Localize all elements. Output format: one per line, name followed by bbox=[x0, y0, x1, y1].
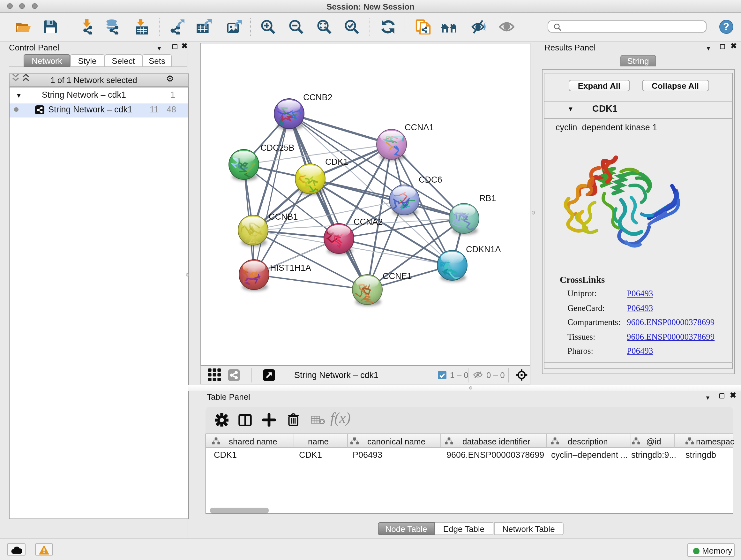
svg-text:CCNE1: CCNE1 bbox=[383, 271, 412, 281]
svg-text:CDC6: CDC6 bbox=[419, 175, 442, 184]
svg-text:RB1: RB1 bbox=[479, 193, 496, 203]
svg-text:HIST1H1A: HIST1H1A bbox=[270, 263, 311, 272]
svg-text:CDC25B: CDC25B bbox=[260, 143, 294, 152]
svg-text:CCNB1: CCNB1 bbox=[269, 212, 298, 221]
svg-text:CCNA2: CCNA2 bbox=[354, 217, 383, 226]
svg-text:CDKN1A: CDKN1A bbox=[466, 244, 501, 254]
svg-text:CCNB2: CCNB2 bbox=[303, 92, 333, 102]
svg-text:CDK1: CDK1 bbox=[325, 157, 348, 166]
svg-text:CCNA1: CCNA1 bbox=[405, 122, 434, 132]
